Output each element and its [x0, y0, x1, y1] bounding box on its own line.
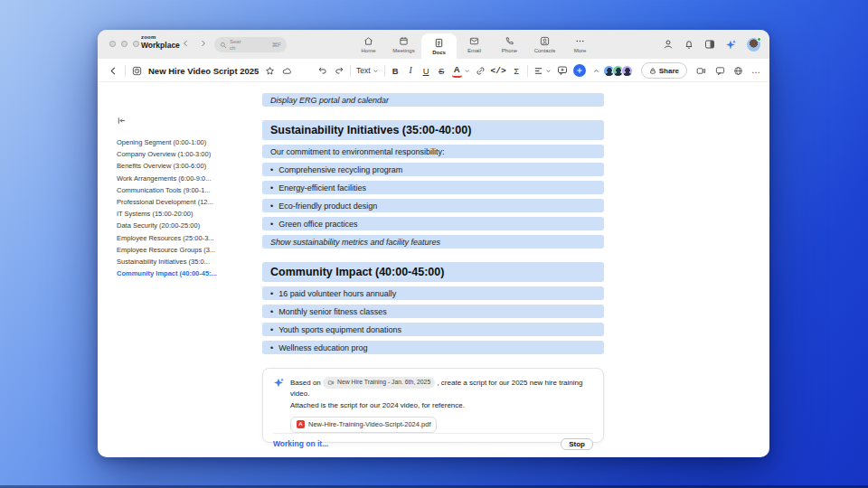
back-nav-icon[interactable]	[182, 38, 190, 49]
outline-item[interactable]: Communication Tools (9:00-1...	[117, 184, 254, 196]
tab-contacts[interactable]: Contacts	[527, 30, 562, 59]
doc-home-icon[interactable]	[132, 63, 142, 78]
chevron-down-icon	[373, 68, 379, 74]
status-dot	[757, 37, 761, 42]
tab-more[interactable]: More	[562, 30, 598, 59]
text-color-dropdown[interactable]: A	[452, 63, 470, 78]
notifications-bell-icon[interactable]	[684, 39, 694, 50]
outline-item[interactable]: Professional Development (12...	[117, 196, 254, 208]
doc-bullet[interactable]: Eco-friendly product design	[262, 199, 604, 212]
outline-item[interactable]: Data Security (20:00-25:00)	[117, 220, 254, 231]
outline-item[interactable]: Sustainability Initiatives (35:0...	[117, 256, 254, 267]
doc-heading[interactable]: Sustainability Initiatives (35:00-40:00)	[262, 120, 604, 140]
doc-bullet[interactable]: Wellness education prog	[262, 341, 604, 354]
docs-icon	[434, 38, 444, 48]
doc-bullet[interactable]: Green office practices	[262, 217, 604, 230]
document-body: Display ERG portal and calendar Sustaina…	[262, 88, 604, 443]
outline-item-active[interactable]: Community Impact (40:00-45:...	[117, 267, 254, 279]
add-comment-icon[interactable]	[557, 63, 568, 78]
comments-panel-icon[interactable]	[715, 63, 725, 78]
outline-item[interactable]: Employee Resources (25:00-3...	[117, 232, 254, 244]
tab-phone[interactable]: Phone	[492, 30, 527, 59]
search-shortcut: ⌘F	[272, 42, 281, 49]
divider	[384, 65, 385, 77]
doc-bullet[interactable]: Energy-efficient facilities	[262, 181, 604, 194]
doc-bullet[interactable]: Monthly senior fitness classes	[262, 305, 604, 318]
side-panel-toggle-icon[interactable]	[704, 39, 715, 50]
search-input[interactable]: Search ⌘F	[214, 37, 287, 52]
chevron-down-icon	[464, 68, 470, 74]
meeting-reference-chip[interactable]: New Hire Training - Jan. 6th, 2025	[323, 377, 435, 389]
stop-button[interactable]: Stop	[561, 438, 593, 450]
pdf-attachment-chip[interactable]: A New-Hire-Training-Video-Script-2024.pd…	[290, 417, 437, 433]
outline-item[interactable]: Company Overview (1:00-3:00)	[117, 148, 254, 160]
share-button[interactable]: Share	[641, 62, 687, 79]
undo-icon[interactable]	[317, 63, 328, 78]
forward-nav-icon[interactable]	[199, 38, 207, 49]
underline-button[interactable]: U	[421, 63, 431, 78]
insert-plus-button[interactable]	[573, 64, 586, 77]
prompt-prefix: Based on	[290, 379, 321, 387]
outline-item[interactable]: Opening Segment (0:00-1:00)	[117, 136, 254, 148]
text-style-dropdown[interactable]: Text	[356, 66, 379, 75]
close-window-button[interactable]	[109, 41, 116, 47]
maximize-window-button[interactable]	[133, 41, 139, 47]
ai-prompt-text: Based on New Hire Training - Jan. 6th, 2…	[290, 377, 593, 433]
collapse-toolbar-icon[interactable]	[591, 63, 601, 78]
cloud-sync-icon[interactable]	[281, 63, 293, 78]
more-options-button[interactable]: …	[751, 63, 761, 78]
doc-bullet[interactable]: Comprehensive recycling program	[262, 163, 604, 176]
doc-line[interactable]: Show sustainability metrics and facility…	[262, 235, 604, 249]
collaborator-avatars	[603, 65, 633, 77]
bold-button[interactable]: B	[391, 63, 401, 78]
app-tabs: Home Meetings Docs Email Phone Contacts	[351, 30, 598, 59]
zoom-workplace-logo: zoom Workplace	[141, 34, 180, 50]
outline-item[interactable]: IT Systems (15:00-20:00)	[117, 208, 254, 220]
tab-home[interactable]: Home	[351, 30, 386, 59]
titlebar: zoom Workplace Search ⌘F Home	[98, 30, 769, 59]
logo-workplace-text: Workplace	[141, 42, 180, 50]
doc-toolbar: New Hire Video Script 2025 Text B I U S …	[98, 59, 769, 82]
doc-line[interactable]: Display ERG portal and calendar	[262, 93, 604, 107]
ai-sparkle-icon	[273, 377, 285, 433]
strikethrough-button[interactable]: S	[437, 63, 447, 78]
star-favorite-icon[interactable]	[265, 63, 275, 78]
globe-icon[interactable]	[733, 63, 743, 78]
collapse-outline-icon[interactable]	[117, 116, 127, 126]
outline-item[interactable]: Work Arrangements (6:00-9:0...	[117, 173, 254, 184]
formula-button[interactable]: Σ	[512, 63, 522, 78]
outline-sidebar: Opening Segment (0:00-1:00) Company Over…	[117, 116, 254, 279]
link-icon[interactable]	[476, 63, 486, 78]
divider	[350, 65, 351, 77]
doc-line[interactable]: Our commitment to environmental responsi…	[262, 145, 604, 158]
more-dots-icon	[575, 36, 585, 46]
minimize-window-button[interactable]	[121, 41, 127, 47]
video-call-icon[interactable]	[695, 63, 707, 78]
list-align-dropdown[interactable]	[533, 66, 552, 76]
doc-bullet[interactable]: Youth sports equipment donations	[262, 323, 604, 336]
outline-item[interactable]: Benefits Overview (3:00-6:00)	[117, 160, 254, 172]
document-title: New Hire Video Script 2025	[148, 66, 259, 76]
logo-zoom-text: zoom	[141, 34, 180, 40]
code-block-button[interactable]: </>	[491, 63, 506, 78]
redo-icon[interactable]	[334, 63, 344, 78]
tab-meetings[interactable]: Meetings	[386, 30, 421, 59]
back-button[interactable]	[108, 63, 118, 78]
user-avatar[interactable]	[747, 38, 760, 52]
email-icon	[469, 36, 479, 46]
outline-item[interactable]: Employee Resource Groups (3...	[117, 244, 254, 256]
doc-bullet[interactable]: 16 paid volunteer hours annually	[262, 286, 604, 300]
contacts-icon	[540, 36, 550, 46]
traffic-lights	[109, 41, 139, 47]
collaborator-avatar[interactable]	[621, 65, 633, 77]
doc-heading[interactable]: Community Impact (40:00-45:00)	[262, 262, 604, 282]
search-placeholder: Search	[230, 39, 241, 51]
italic-button[interactable]: I	[406, 63, 416, 78]
ai-companion-icon[interactable]	[725, 39, 737, 51]
tab-docs[interactable]: Docs	[421, 33, 457, 59]
profile-person-icon[interactable]	[663, 39, 674, 50]
lock-icon	[649, 67, 656, 75]
calendar-icon	[399, 36, 409, 46]
chip-camera-icon	[327, 380, 335, 386]
tab-email[interactable]: Email	[457, 30, 492, 59]
